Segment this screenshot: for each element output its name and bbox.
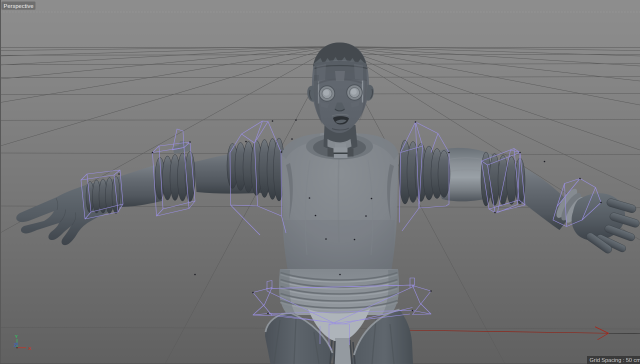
- svg-text:Perspective: Perspective: [4, 3, 34, 9]
- svg-text:Grid Spacing : 50 cm: Grid Spacing : 50 cm: [590, 357, 640, 363]
- svg-text:X: X: [28, 346, 32, 351]
- svg-text:Y: Y: [15, 334, 18, 339]
- svg-text:Z: Z: [14, 342, 16, 348]
